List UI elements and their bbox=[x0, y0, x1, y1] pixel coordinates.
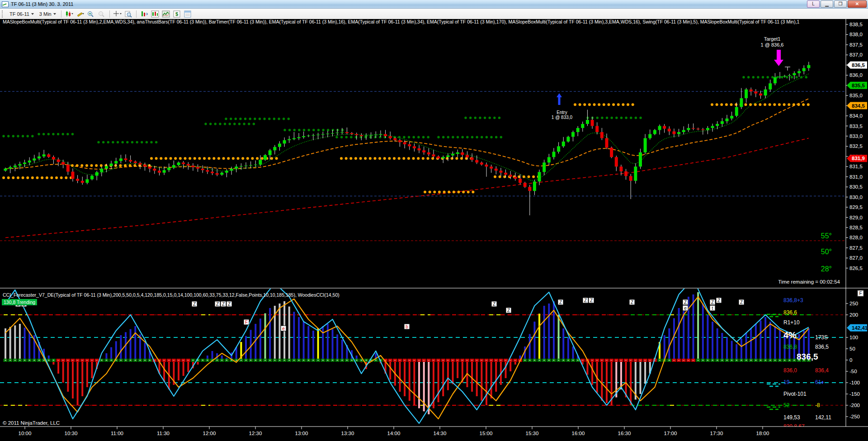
cci-histogram-bar bbox=[72, 360, 74, 398]
cci-stat-value: 142,11 bbox=[815, 414, 831, 421]
candle-body bbox=[278, 143, 281, 147]
candle-body bbox=[76, 179, 79, 180]
candle-body bbox=[389, 136, 392, 138]
sign-glyph: − bbox=[433, 358, 435, 362]
resistance-dot bbox=[490, 136, 492, 138]
support-dot bbox=[184, 157, 186, 160]
candle-body bbox=[172, 165, 175, 168]
candle-body bbox=[552, 152, 555, 157]
candle-body bbox=[240, 166, 243, 166]
support-dot bbox=[119, 164, 122, 167]
resistance-dot bbox=[38, 133, 40, 135]
sign-glyph: − bbox=[625, 358, 627, 362]
entry-label: Entry bbox=[557, 110, 567, 115]
sign-glyph: + bbox=[38, 358, 40, 362]
resistance-dot bbox=[462, 136, 464, 138]
chart-area[interactable]: Target11 @ 836,6Entry1 @ 833,0MASlopeBox… bbox=[0, 0, 868, 441]
sign-glyph: − bbox=[596, 358, 598, 362]
sign-glyph: + bbox=[226, 358, 228, 362]
resistance-dot bbox=[146, 141, 148, 143]
resistance-dot bbox=[369, 136, 372, 138]
support-dot bbox=[217, 157, 220, 160]
sign-glyph: − bbox=[428, 358, 430, 362]
candle-body bbox=[648, 134, 651, 138]
resistance-dot bbox=[225, 118, 227, 120]
time-tick-label: 15:00 bbox=[480, 431, 493, 436]
cci-stat-value: R1+10 bbox=[783, 319, 800, 326]
candle-body bbox=[403, 142, 406, 144]
resistance-dot bbox=[298, 129, 300, 131]
candle-body bbox=[802, 68, 806, 71]
cci-histogram-bar bbox=[639, 360, 641, 394]
resistance-dot bbox=[303, 129, 305, 131]
sign-glyph: + bbox=[207, 358, 209, 362]
resistance-dot bbox=[107, 141, 109, 143]
sign-glyph: + bbox=[192, 358, 194, 362]
candle-body bbox=[509, 175, 512, 176]
support-dot bbox=[80, 164, 83, 167]
support-dot bbox=[222, 157, 225, 160]
candle-body bbox=[66, 165, 70, 172]
price-tick-label: 831,5 bbox=[849, 164, 863, 169]
time-tick-label: 18:00 bbox=[756, 431, 769, 436]
support-dot bbox=[31, 176, 34, 179]
support-dot bbox=[617, 103, 620, 106]
sign-glyph: − bbox=[610, 358, 613, 362]
sign-glyph: + bbox=[293, 358, 295, 362]
support-dot bbox=[438, 190, 441, 193]
support-dot bbox=[364, 157, 367, 160]
support-dot bbox=[427, 157, 429, 160]
time-tick-label: 12:30 bbox=[249, 431, 262, 436]
support-dot bbox=[90, 164, 93, 167]
candle-body bbox=[153, 169, 156, 171]
candle-body bbox=[138, 163, 142, 164]
sign-glyph: − bbox=[389, 358, 392, 362]
cci-histogram-bar bbox=[495, 360, 497, 392]
resistance-dot bbox=[606, 117, 608, 119]
resistance-dot bbox=[66, 133, 69, 135]
cci-histogram-bar bbox=[630, 360, 632, 405]
candle-body bbox=[677, 132, 680, 134]
sign-glyph: − bbox=[461, 358, 463, 362]
cci-histogram-bar bbox=[409, 360, 410, 401]
sign-glyph: + bbox=[105, 358, 108, 362]
resistance-dot bbox=[283, 118, 285, 120]
cci-histogram-bar bbox=[28, 332, 30, 360]
sign-glyph: + bbox=[14, 358, 16, 362]
cci-histogram-bar bbox=[764, 317, 766, 360]
candle-body bbox=[14, 166, 17, 167]
support-dot bbox=[227, 157, 230, 160]
support-dot bbox=[433, 190, 436, 193]
resistance-dot bbox=[437, 136, 439, 138]
sign-glyph: + bbox=[577, 358, 579, 362]
support-dot bbox=[270, 157, 273, 160]
resistance-dot bbox=[493, 117, 495, 119]
cci-tick-label: -200 bbox=[849, 403, 860, 408]
support-dot bbox=[246, 157, 249, 160]
sign-glyph: + bbox=[327, 358, 329, 362]
resistance-dot bbox=[762, 76, 764, 78]
cci-histogram-bar bbox=[625, 360, 627, 398]
sign-glyph: + bbox=[745, 358, 747, 362]
candle-body bbox=[177, 162, 180, 165]
candle-body bbox=[393, 138, 396, 140]
candle-body bbox=[524, 183, 527, 187]
sign-glyph: − bbox=[447, 358, 449, 362]
resistance-dot bbox=[219, 123, 221, 125]
candle-body bbox=[191, 166, 194, 167]
sign-glyph: − bbox=[96, 358, 98, 362]
time-tick-label: 10:00 bbox=[19, 431, 32, 436]
sign-glyph: + bbox=[240, 358, 242, 362]
resistance-dot bbox=[489, 117, 491, 119]
resistance-dot bbox=[464, 117, 467, 119]
cci-histogram-bar bbox=[259, 318, 261, 360]
cci-histogram-bar bbox=[755, 324, 757, 360]
cci-histogram-bar bbox=[5, 328, 6, 360]
sign-glyph: + bbox=[712, 358, 714, 362]
cci-stat-value: 19 bbox=[783, 379, 790, 385]
sign-glyph: + bbox=[9, 358, 11, 362]
resistance-dot bbox=[233, 123, 236, 125]
support-dot bbox=[383, 157, 386, 160]
candle-body bbox=[557, 146, 560, 152]
resistance-dot bbox=[2, 135, 5, 137]
